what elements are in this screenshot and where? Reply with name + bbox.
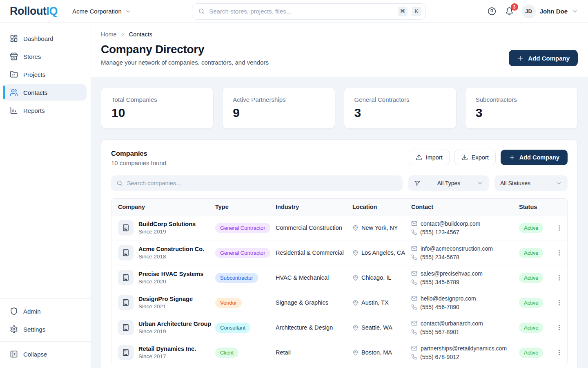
logo-text-accent: IQ bbox=[46, 5, 58, 18]
row-menu-button[interactable] bbox=[554, 298, 564, 308]
search-icon bbox=[198, 8, 205, 15]
type-badge: General Contractor bbox=[215, 223, 270, 233]
export-label: Export bbox=[472, 154, 489, 161]
sidebar-footer-nav: Admin Settings bbox=[0, 303, 91, 337]
contact-phone: (555) 678-9012 bbox=[420, 354, 459, 360]
contact-email: contact@urbanarch.com bbox=[421, 320, 483, 327]
company-name: Acme Construction Co. bbox=[138, 246, 204, 252]
company-search[interactable] bbox=[111, 175, 403, 191]
sidebar-nav: Dashboard Stores Projects Contacts Repor… bbox=[0, 30, 91, 119]
phone-icon bbox=[411, 254, 417, 260]
sidebar-item-settings[interactable]: Settings bbox=[4, 321, 87, 337]
global-search-input[interactable] bbox=[209, 8, 394, 15]
companies-table: Company Type Industry Location Contact S… bbox=[111, 198, 568, 365]
building-icon bbox=[122, 224, 129, 231]
breadcrumb-home[interactable]: Home bbox=[101, 31, 117, 38]
stat-card-subcontractors: Subcontractors 3 bbox=[465, 87, 578, 129]
company-since: Since 2018 bbox=[138, 254, 204, 260]
row-menu-button[interactable] bbox=[554, 248, 564, 258]
download-icon bbox=[461, 154, 468, 161]
company-search-input[interactable] bbox=[127, 180, 397, 186]
export-button[interactable]: Export bbox=[454, 150, 496, 165]
contact-email: hello@designpro.com bbox=[421, 295, 476, 302]
table-row[interactable]: Precise HVAC Systems Since 2020 Subcontr… bbox=[111, 265, 567, 290]
industry: Retail bbox=[272, 349, 349, 356]
add-company-label: Add Company bbox=[528, 55, 570, 62]
contact-email: info@acmeconstruction.com bbox=[421, 245, 493, 252]
row-menu-button[interactable] bbox=[554, 273, 564, 283]
company-since: Since 2019 bbox=[138, 229, 196, 235]
status-badge: Active bbox=[519, 323, 543, 333]
stat-label: General Contractors bbox=[354, 96, 446, 103]
notifications-button[interactable]: 3 bbox=[504, 6, 514, 16]
breadcrumb: Home Contacts bbox=[101, 31, 578, 38]
status-badge: Active bbox=[519, 248, 543, 258]
add-company-button-secondary[interactable]: Add Company bbox=[501, 150, 568, 165]
sidebar-item-stores[interactable]: Stores bbox=[4, 48, 87, 65]
industry: Commercial Construction bbox=[272, 224, 349, 231]
status-filter-select[interactable]: All Statuses bbox=[494, 175, 568, 191]
import-button[interactable]: Import bbox=[409, 150, 450, 165]
phone-icon bbox=[411, 279, 417, 285]
sidebar: Dashboard Stores Projects Contacts Repor… bbox=[0, 23, 91, 368]
company-name: Precise HVAC Systems bbox=[138, 271, 203, 277]
page-header: Home Contacts Company Directory Manage y… bbox=[91, 23, 588, 77]
mail-icon bbox=[411, 320, 417, 326]
type-filter-select[interactable]: All Types bbox=[408, 175, 489, 191]
sidebar-item-contacts[interactable]: Contacts bbox=[4, 84, 87, 101]
search-icon bbox=[116, 180, 123, 186]
company-since: Since 2021 bbox=[138, 303, 193, 310]
stat-value: 10 bbox=[111, 106, 203, 120]
contact-email: sales@precisehvac.com bbox=[421, 270, 483, 277]
type-badge: Consultant bbox=[215, 323, 250, 333]
map-pin-icon bbox=[352, 325, 359, 331]
top-bar: Rollout IQ Acme Corporation ⌘ K 3 JD Joh… bbox=[0, 0, 588, 23]
sidebar-item-admin[interactable]: Admin bbox=[4, 303, 87, 319]
sidebar-item-label: Projects bbox=[23, 71, 45, 78]
org-switcher[interactable]: Acme Corporation bbox=[72, 8, 131, 15]
sidebar-collapse-button[interactable]: Collapse bbox=[4, 346, 87, 362]
logo-text-primary: Rollout bbox=[10, 5, 46, 18]
layout-dashboard-icon bbox=[10, 34, 18, 43]
company-since: Since 2020 bbox=[138, 278, 203, 285]
main-content: Home Contacts Company Directory Manage y… bbox=[91, 23, 588, 368]
table-row[interactable]: Urban Architecture Group Since 2019 Cons… bbox=[111, 315, 567, 340]
kebab-menu-icon bbox=[556, 249, 563, 256]
type-badge: Vendor bbox=[215, 298, 242, 308]
plus-icon bbox=[517, 55, 524, 62]
type-badge: Client bbox=[215, 348, 238, 358]
sidebar-item-reports[interactable]: Reports bbox=[4, 102, 87, 119]
panel-left-close-icon bbox=[10, 350, 18, 358]
kebab-menu-icon bbox=[556, 349, 563, 356]
company-since: Since 2017 bbox=[138, 353, 196, 359]
global-search[interactable]: ⌘ K bbox=[192, 3, 426, 20]
sidebar-item-dashboard[interactable]: Dashboard bbox=[4, 30, 87, 47]
table-row[interactable]: BuildCorp Solutions Since 2019 General C… bbox=[111, 215, 567, 240]
company-name: Retail Dynamics Inc. bbox=[138, 346, 196, 352]
help-button[interactable] bbox=[487, 6, 497, 16]
building-icon bbox=[122, 299, 129, 306]
row-menu-button[interactable] bbox=[554, 323, 564, 333]
chevron-down-icon bbox=[125, 8, 131, 15]
mail-icon bbox=[411, 245, 417, 251]
contact-email: partnerships@retaildynamics.com bbox=[421, 345, 507, 352]
row-menu-button[interactable] bbox=[554, 348, 564, 358]
company-name: Urban Architecture Group bbox=[138, 321, 211, 327]
building-icon bbox=[122, 324, 129, 331]
user-menu[interactable]: JD John Doe bbox=[522, 4, 578, 18]
sidebar-item-label: Stores bbox=[23, 53, 41, 60]
add-company-button[interactable]: Add Company bbox=[509, 50, 578, 66]
org-switcher-label: Acme Corporation bbox=[72, 8, 122, 15]
table-row[interactable]: DesignPro Signage Since 2021 Vendor Sign… bbox=[111, 290, 567, 315]
sidebar-item-projects[interactable]: Projects bbox=[4, 66, 87, 83]
stat-label: Active Partnerships bbox=[233, 96, 324, 103]
table-row[interactable]: Acme Construction Co. Since 2018 General… bbox=[111, 240, 567, 265]
help-circle-icon bbox=[488, 7, 496, 16]
row-menu-button[interactable] bbox=[554, 223, 564, 233]
industry: Signage & Graphics bbox=[272, 299, 349, 306]
map-pin-icon bbox=[352, 225, 359, 231]
folder-icon bbox=[10, 70, 18, 79]
table-row[interactable]: Retail Dynamics Inc. Since 2017 Client R… bbox=[111, 340, 567, 365]
table-header: Company Type Industry Location Contact S… bbox=[111, 199, 567, 215]
company-name: DesignPro Signage bbox=[138, 296, 193, 302]
